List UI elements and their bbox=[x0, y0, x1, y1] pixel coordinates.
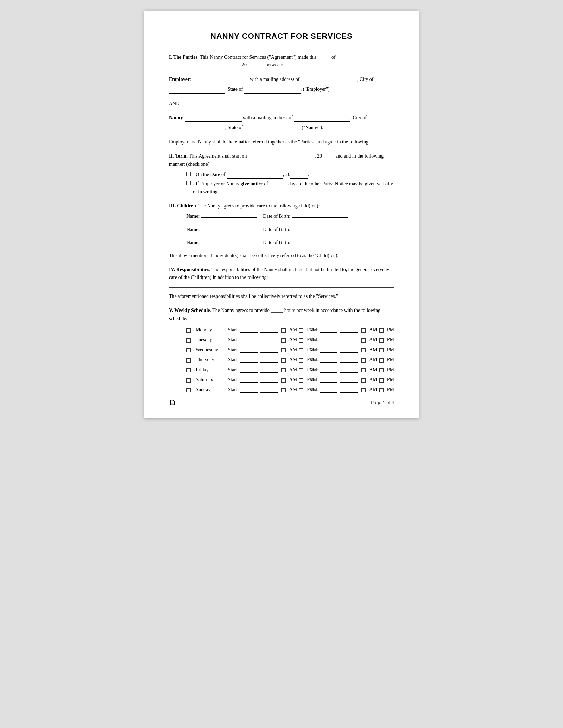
saturday-end-pm-checkbox[interactable] bbox=[379, 378, 384, 383]
schedule-sunday: - Sunday Start: : AM PM End: : bbox=[186, 386, 394, 394]
friday-start-pm-checkbox[interactable] bbox=[299, 368, 303, 372]
saturday-checkbox[interactable] bbox=[186, 378, 191, 383]
child-row-2: Name: Date of Birth: bbox=[169, 225, 394, 234]
employer-state-blank bbox=[244, 88, 301, 94]
saturday-end-hour bbox=[320, 377, 337, 383]
wednesday-end: End: : AM PM bbox=[309, 346, 394, 354]
thursday-end-ampm: AM PM bbox=[360, 356, 394, 364]
monday-end-pm-checkbox[interactable] bbox=[379, 328, 384, 333]
children-intro: III. Children. The Nanny agrees to provi… bbox=[169, 202, 394, 210]
wednesday-end-label: End: bbox=[309, 346, 318, 354]
document-page: NANNY CONTRACT FOR SERVICES I. The Parti… bbox=[144, 11, 419, 418]
sunday-start-am-checkbox[interactable] bbox=[282, 388, 286, 392]
saturday-start-am-checkbox[interactable] bbox=[282, 378, 286, 383]
wednesday-checkbox[interactable] bbox=[186, 348, 191, 352]
section-responsibilities: IV. Responsibilities. The responsibiliti… bbox=[169, 266, 394, 300]
monday-label: - Monday bbox=[193, 326, 212, 334]
tuesday-end-am-checkbox[interactable] bbox=[361, 338, 366, 343]
friday-end-min bbox=[340, 367, 358, 373]
tuesday-start-am-checkbox[interactable] bbox=[282, 338, 286, 343]
saturday-colon1: : bbox=[258, 376, 260, 384]
sunday-end-label: End: bbox=[309, 386, 318, 394]
sunday-colon1: : bbox=[258, 386, 260, 394]
employer-name-blank bbox=[192, 78, 249, 83]
wednesday-end-am-checkbox[interactable] bbox=[361, 348, 366, 352]
sunday-end-min bbox=[340, 387, 358, 393]
sunday-start-pm-checkbox[interactable] bbox=[299, 388, 303, 392]
friday-end-ampm: AM PM bbox=[360, 366, 394, 374]
wednesday-day: - Wednesday bbox=[186, 346, 228, 354]
section-and: AND bbox=[169, 100, 394, 108]
friday-day: - Friday bbox=[186, 366, 228, 374]
monday-end-am-checkbox[interactable] bbox=[361, 328, 366, 333]
employer-city-blank bbox=[169, 88, 225, 94]
responsibilities-line bbox=[169, 287, 394, 288]
saturday-start-pm-checkbox[interactable] bbox=[299, 378, 303, 383]
monday-start-pm-checkbox[interactable] bbox=[299, 328, 303, 333]
thursday-end-pm-checkbox[interactable] bbox=[379, 358, 384, 363]
thursday-end-am-checkbox[interactable] bbox=[361, 358, 366, 363]
monday-day: - Monday bbox=[186, 326, 228, 334]
schedule-monday: - Monday Start: : AM PM End: : bbox=[186, 326, 394, 334]
term-option2-checkbox[interactable] bbox=[186, 181, 191, 185]
tuesday-checkbox[interactable] bbox=[186, 338, 191, 343]
tuesday-start-label: Start: bbox=[228, 336, 238, 344]
sunday-checkbox[interactable] bbox=[186, 388, 191, 392]
child3-dob-blank bbox=[292, 238, 348, 244]
thursday-start-pm-checkbox[interactable] bbox=[299, 358, 303, 363]
term-option1-checkbox[interactable] bbox=[186, 172, 191, 176]
tuesday-end: End: : AM PM bbox=[309, 336, 394, 344]
wednesday-start-am-label: AM bbox=[289, 346, 297, 354]
wednesday-start-am-checkbox[interactable] bbox=[282, 348, 286, 352]
child2-name-label: Name: bbox=[186, 226, 200, 234]
saturday-end-am-checkbox[interactable] bbox=[361, 378, 366, 383]
child3-name-blank bbox=[201, 238, 257, 244]
friday-start-am-checkbox[interactable] bbox=[282, 368, 286, 372]
date-month-blank bbox=[169, 64, 239, 69]
wednesday-start-pm-checkbox[interactable] bbox=[299, 348, 303, 352]
monday-checkbox[interactable] bbox=[186, 328, 191, 333]
saturday-start: Start: : AM PM bbox=[228, 376, 305, 384]
wednesday-end-am-label: AM bbox=[369, 346, 377, 354]
friday-start-hour bbox=[240, 367, 258, 373]
wednesday-end-pm-checkbox[interactable] bbox=[379, 348, 384, 352]
schedule-heading: V. Weekly Schedule bbox=[169, 308, 210, 313]
monday-end: End: : AM PM bbox=[309, 326, 394, 334]
friday-end-pm-label: PM bbox=[387, 366, 394, 374]
schedule-wednesday: - Wednesday Start: : AM PM End: : bbox=[186, 346, 394, 354]
section-parties: I. The Parties. This Nanny Contract for … bbox=[169, 53, 394, 69]
tuesday-start-pm-checkbox[interactable] bbox=[299, 338, 303, 343]
friday-end-am-checkbox[interactable] bbox=[361, 368, 366, 372]
thursday-start-am-checkbox[interactable] bbox=[282, 358, 286, 363]
tuesday-end-pm-checkbox[interactable] bbox=[379, 338, 384, 343]
child1-dob-blank bbox=[292, 212, 348, 218]
tuesday-start: Start: : AM PM bbox=[228, 336, 305, 344]
thursday-checkbox[interactable] bbox=[186, 358, 191, 363]
monday-colon1: : bbox=[258, 326, 260, 334]
friday-checkbox[interactable] bbox=[186, 368, 191, 372]
schedule-table: - Monday Start: : AM PM End: : bbox=[169, 326, 394, 394]
saturday-end-pm-label: PM bbox=[387, 376, 394, 384]
friday-end-pm-checkbox[interactable] bbox=[379, 368, 384, 372]
employer-label: Employer bbox=[169, 77, 190, 82]
monday-start-min bbox=[260, 327, 278, 333]
child2-dob-label: Date of Birth: bbox=[263, 226, 290, 234]
tuesday-colon1: : bbox=[258, 336, 260, 344]
tuesday-day: - Tuesday bbox=[186, 336, 228, 344]
sunday-end-hour bbox=[320, 387, 337, 393]
monday-end-pm-label: PM bbox=[387, 326, 394, 334]
thursday-end-am-label: AM bbox=[369, 356, 377, 364]
monday-start-am-checkbox[interactable] bbox=[282, 328, 286, 333]
saturday-end-am-label: AM bbox=[369, 376, 377, 384]
children-list: Name: Date of Birth: Name: Date of Birth… bbox=[169, 212, 394, 247]
thursday-start-label: Start: bbox=[228, 356, 238, 364]
friday-colon1: : bbox=[258, 366, 260, 374]
parties-intro: I. The Parties. This Nanny Contract for … bbox=[169, 53, 394, 69]
monday-start-label: Start: bbox=[228, 326, 238, 334]
tuesday-colon2: : bbox=[338, 336, 340, 344]
monday-colon2: : bbox=[338, 326, 340, 334]
tuesday-end-ampm: AM PM bbox=[360, 336, 394, 344]
document-footer: 🗎 Page 1 of 4 bbox=[169, 398, 394, 407]
sunday-end-pm-checkbox[interactable] bbox=[379, 388, 384, 392]
sunday-end-am-checkbox[interactable] bbox=[361, 388, 366, 392]
